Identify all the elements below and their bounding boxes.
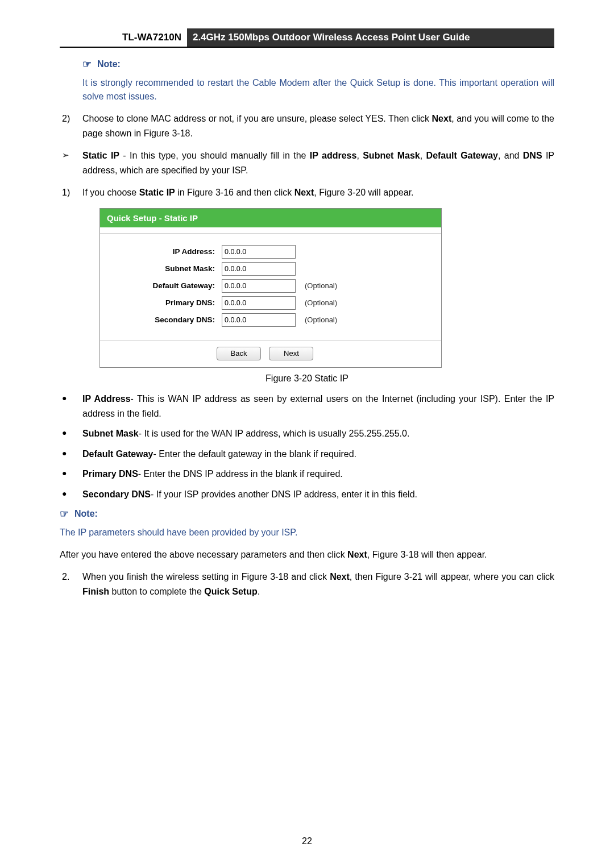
step-2: 2) Choose to clone MAC address or not, i… [62, 111, 554, 140]
input-subnet-mask[interactable] [222, 262, 296, 276]
screenshot-title: Quick Setup - Static IP [100, 209, 441, 227]
step-number: 2) [62, 111, 82, 140]
desc-default-gateway: ● Default Gateway- Enter the default gat… [62, 447, 554, 462]
bullet-icon: ● [62, 467, 82, 481]
step-2-text: Choose to clone MAC address or not, if y… [82, 111, 554, 140]
label-secondary-dns: Secondary DNS: [107, 315, 222, 324]
input-primary-dns[interactable] [222, 296, 296, 310]
final-step: 2. When you finish the wireless setting … [62, 570, 554, 599]
screenshot-body: IP Address: Subnet Mask: Default Gateway… [100, 233, 441, 340]
row-default-gateway: Default Gateway: (Optional) [107, 279, 434, 293]
arrow-icon: ➢ [62, 148, 82, 177]
note-label-2: ☞ Note: [60, 508, 554, 520]
label-subnet-mask: Subnet Mask: [107, 264, 222, 273]
optional-text: (Optional) [305, 281, 337, 290]
row-primary-dns: Primary DNS: (Optional) [107, 296, 434, 310]
note-label-text: Note: [97, 59, 121, 69]
note-text-1: It is strongly recommended to restart th… [82, 76, 554, 103]
page-number: 22 [0, 836, 614, 846]
figure-caption: Figure 3-20 Static IP [60, 373, 554, 384]
note-text-2: The IP parameters should have been provi… [60, 526, 554, 539]
pointer-icon: ☞ [60, 508, 69, 520]
desc-ip-address: ● IP Address- This is WAN IP address as … [62, 392, 554, 421]
row-ip-address: IP Address: [107, 245, 434, 259]
label-default-gateway: Default Gateway: [107, 281, 222, 290]
optional-text: (Optional) [305, 315, 337, 324]
bullet-icon: ● [62, 426, 82, 441]
bullet-icon: ● [62, 447, 82, 462]
desc-primary-dns: ● Primary DNS- Enter the DNS IP address … [62, 467, 554, 481]
screenshot-footer: Back Next [100, 340, 441, 367]
pointer-icon: ☞ [82, 58, 92, 70]
step-1: 1) If you choose Static IP in Figure 3-1… [62, 185, 554, 200]
optional-text: (Optional) [305, 298, 337, 307]
input-ip-address[interactable] [222, 245, 296, 259]
row-subnet-mask: Subnet Mask: [107, 262, 434, 276]
static-ip-summary-text: Static IP - In this type, you should man… [82, 148, 554, 177]
input-secondary-dns[interactable] [222, 313, 296, 327]
after-text: After you have entered the above necessa… [60, 547, 554, 562]
static-ip-screenshot: Quick Setup - Static IP IP Address: Subn… [99, 208, 442, 368]
page-header: TL-WA7210N 2.4GHz 150Mbps Outdoor Wirele… [60, 28, 554, 48]
step-number: 1) [62, 185, 82, 200]
next-button[interactable]: Next [269, 347, 313, 360]
static-ip-summary: ➢ Static IP - In this type, you should m… [62, 148, 554, 177]
desc-secondary-dns: ● Secondary DNS- If your ISP provides an… [62, 487, 554, 502]
bullet-icon: ● [62, 392, 82, 421]
input-default-gateway[interactable] [222, 279, 296, 293]
label-primary-dns: Primary DNS: [107, 298, 222, 307]
final-step-text: When you finish the wireless setting in … [82, 570, 554, 599]
desc-subnet-mask: ● Subnet Mask- It is used for the WAN IP… [62, 426, 554, 441]
header-description: 2.4GHz 150Mbps Outdoor Wireless Access P… [187, 28, 554, 47]
note-label-1: ☞ Note: [82, 58, 554, 70]
back-button[interactable]: Back [217, 347, 261, 360]
note-label-text: Note: [74, 509, 98, 519]
bullet-icon: ● [62, 487, 82, 502]
step-1-text: If you choose Static IP in Figure 3-16 a… [82, 185, 554, 200]
step-number: 2. [62, 570, 82, 599]
header-model: TL-WA7210N [60, 28, 187, 47]
label-ip-address: IP Address: [107, 247, 222, 256]
row-secondary-dns: Secondary DNS: (Optional) [107, 313, 434, 327]
